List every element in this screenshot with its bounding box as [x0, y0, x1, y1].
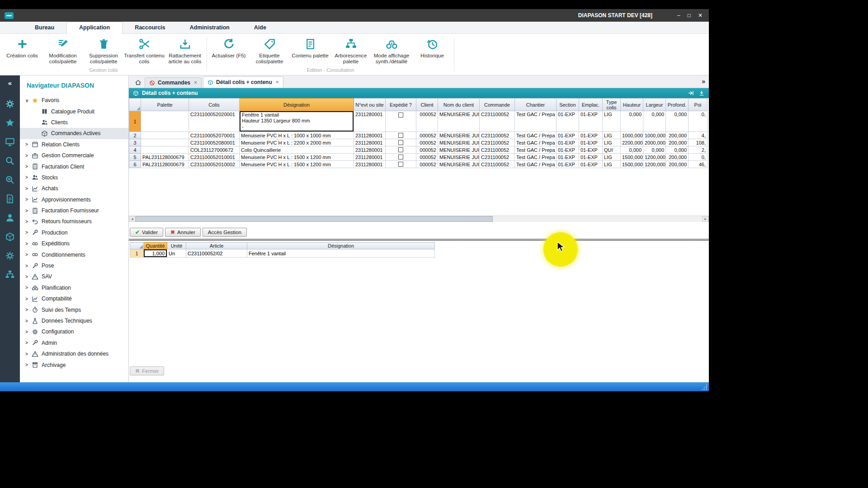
sidebar-item-retours-fournisseurs[interactable]: >Retours fournisseurs	[20, 216, 128, 227]
cell-largeur[interactable]: 0,000	[643, 111, 666, 132]
scroll-left-button[interactable]: ◄	[129, 216, 136, 222]
etiquette-colis-palette-button[interactable]: Etiquette colis/palette	[249, 38, 290, 65]
cell-detail-designation[interactable]: Fenêtre 1 vantail	[247, 249, 435, 258]
strip-searchplus-button[interactable]	[5, 170, 15, 189]
cell-chantier[interactable]: Test GAC / Prepa	[515, 154, 557, 161]
cell-expedie[interactable]	[386, 139, 416, 146]
strip-gear-button[interactable]	[5, 94, 15, 113]
sidebar-item-archivage[interactable]: >Archivage	[20, 359, 128, 370]
scroll-right-button[interactable]: ►	[702, 216, 709, 222]
cell-chantier[interactable]: Test GAC / Prepa	[515, 146, 557, 154]
detail-row-number-header[interactable]	[130, 243, 144, 249]
cell-type-colis[interactable]: LIG	[603, 132, 621, 139]
cell-profond[interactable]: 200,000	[666, 132, 689, 139]
cell-designation[interactable]: Colis Quincaillerie	[240, 146, 354, 154]
tabs-overflow-button[interactable]: »	[702, 78, 705, 85]
cell-hauteur[interactable]: 0,000	[621, 111, 643, 132]
cell-quantite[interactable]: 1,000	[144, 249, 167, 258]
designation-editor[interactable]: Fenêtre 1 vantailHauteur 1350 Largeur 80…	[240, 111, 354, 131]
cell-nom-client[interactable]: MENUISERIE JUI	[438, 139, 480, 146]
close-tab-icon[interactable]: ×	[276, 79, 279, 85]
cell-poids[interactable]: 0,	[689, 111, 708, 132]
cell-designation[interactable]: Menuiserie PVC H x L : 1000 x 1000 mm	[240, 132, 354, 139]
menu-tab-bureau[interactable]: Bureau	[23, 22, 66, 33]
cell-nevt[interactable]: 2311280001	[354, 154, 386, 161]
cell-commande[interactable]: C231100052	[480, 132, 515, 139]
cell-expedie[interactable]	[386, 154, 416, 161]
cell-colis[interactable]: C231100052010001	[189, 154, 240, 161]
cell-palette[interactable]	[141, 111, 189, 132]
checkbox-unchecked[interactable]	[398, 133, 403, 138]
column-header-chantier[interactable]: Chantier	[515, 99, 557, 111]
cell-emplac[interactable]: 01-EXP	[579, 161, 603, 168]
cell-colis[interactable]: C231100052080001	[189, 139, 240, 146]
sidebar-item-configuration[interactable]: >Configuration	[20, 326, 128, 337]
cell-commande[interactable]: C231100052	[480, 139, 515, 146]
cell-poids[interactable]: 2,	[689, 146, 708, 154]
horizontal-scrollbar[interactable]: ◄ ►	[129, 216, 709, 222]
cell-commande[interactable]: C231100052	[480, 146, 515, 154]
sidebar-item-relation-clients[interactable]: >Relation Clients	[20, 139, 128, 150]
cell-section[interactable]: 01-EXP	[557, 111, 579, 132]
scrollbar-thumb[interactable]	[136, 216, 493, 222]
cell-designation[interactable]: Menuiserie PVC H x L : 1500 x 1200 mm	[240, 154, 354, 161]
row-number[interactable]: 4	[129, 146, 141, 154]
cell-colis[interactable]: C231100052070001	[189, 132, 240, 139]
menu-tab-aide[interactable]: Aide	[242, 22, 278, 33]
acces-gestion-button[interactable]: Accès Gestion	[203, 228, 247, 237]
row-number[interactable]: 2	[129, 132, 141, 139]
mode-affichage-synth-d-taill-button[interactable]: Mode affichage synth./détaillé	[371, 38, 412, 65]
sidebar-item-facturation-client[interactable]: >Facturation Client	[20, 161, 128, 172]
menu-tab-raccourcis[interactable]: Raccourcis	[123, 22, 177, 33]
cell-designation[interactable]: Menuiserie PVC H x L : 1500 x 1200 mm	[240, 161, 354, 168]
sidebar-item-administration-des-donn-es[interactable]: >Administration des données	[20, 348, 128, 359]
cell-largeur[interactable]: 2000,000	[643, 139, 666, 146]
cell-hauteur[interactable]: 0,000	[621, 146, 643, 154]
resize-grip[interactable]	[701, 384, 708, 390]
cell-profond[interactable]: 200,000	[666, 139, 689, 146]
minimize-button[interactable]: –	[677, 12, 680, 19]
strip-gear-button[interactable]	[5, 246, 15, 265]
splitter-handle[interactable]	[129, 239, 709, 241]
cell-nom-client[interactable]: MENUISERIE JUI	[438, 132, 480, 139]
cell-commande[interactable]: C231100052	[480, 161, 515, 168]
modification-colis-palette-button[interactable]: Modification colis/palette	[42, 38, 83, 65]
sidebar-item-stocks[interactable]: >Stocks	[20, 172, 128, 183]
cell-section[interactable]: 01-EXP	[557, 132, 579, 139]
checkbox-unchecked[interactable]	[398, 113, 403, 117]
cell-designation[interactable]: Fenêtre 1 vantailHauteur 1350 Largeur 80…	[240, 111, 354, 132]
cell-type-colis[interactable]: LIG	[603, 161, 621, 168]
detail-column-header-d-signation[interactable]: Désignation	[247, 243, 435, 249]
cell-profond[interactable]: 200,000	[666, 154, 689, 161]
cell-client[interactable]: 000052	[416, 139, 438, 146]
strip-monitor-button[interactable]	[5, 132, 15, 151]
cell-largeur[interactable]: 0,000	[643, 146, 666, 154]
arborescence-palette-button[interactable]: Arborescence palette	[330, 38, 371, 65]
sidebar-item-facturation-fournisseur[interactable]: >Facturation Fournisseur	[20, 205, 128, 216]
cell-nom-client[interactable]: MENUISERIE JUI	[438, 161, 480, 168]
suppression-colis-palette-button[interactable]: Suppression colis/palette	[83, 38, 124, 65]
column-header-commande[interactable]: Commande	[480, 99, 515, 111]
fermer-button[interactable]: ✖Fermer	[130, 366, 164, 375]
sidebar-item-favoris[interactable]: ∨Favoris	[20, 95, 128, 106]
cell-emplac[interactable]: 01-EXP	[579, 146, 603, 154]
cell-hauteur[interactable]: 1000,000	[621, 132, 643, 139]
cell-hauteur[interactable]: 1500,000	[621, 161, 643, 168]
valider-button[interactable]: ✔Valider	[130, 228, 163, 237]
row-number[interactable]: 1	[129, 111, 141, 132]
cell-designation[interactable]: Menuiserie PVC H x L : 2200 x 2000 mm	[240, 139, 354, 146]
cell-palette[interactable]	[141, 139, 189, 146]
checkbox-unchecked[interactable]	[398, 147, 403, 152]
sidebar-item-gestion-commerciale[interactable]: >Gestion Commerciale	[20, 150, 128, 161]
column-header-colis[interactable]: Colis	[189, 99, 240, 111]
restore-button[interactable]: □	[688, 12, 691, 19]
download-icon[interactable]	[698, 90, 705, 96]
cell-nevt[interactable]: 2311280001	[354, 161, 386, 168]
detail-row-number[interactable]: 1	[130, 249, 144, 258]
cell-hauteur[interactable]: 1500,000	[621, 154, 643, 161]
cell-palette[interactable]	[141, 132, 189, 139]
cell-expedie[interactable]	[386, 161, 416, 168]
cell-chantier[interactable]: Test GAC / Prepa	[515, 132, 557, 139]
menu-tab-application[interactable]: Application	[66, 22, 123, 34]
strip-star-button[interactable]	[5, 113, 15, 132]
